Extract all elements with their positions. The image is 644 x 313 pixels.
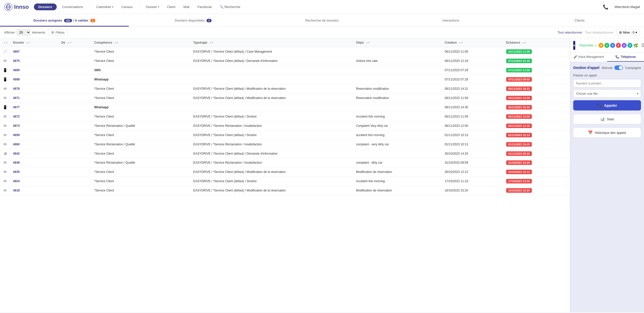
- table-row[interactable]: ✉ 4871 *Service Client EASYDRIVE / *Serv…: [0, 93, 570, 103]
- conversations-nav-button[interactable]: Conversations: [60, 4, 86, 10]
- row-objet: complaint - dirty car: [354, 158, 442, 167]
- tab-interactions[interactable]: Interactions: [387, 14, 515, 27]
- col-competence[interactable]: Compétence ▲▼: [92, 38, 191, 47]
- calendrier-chevron-icon: ▾: [112, 6, 113, 8]
- row-objet: Reservation modification: [354, 93, 442, 103]
- row-channel-icon: ✉: [0, 177, 11, 186]
- col-dossier[interactable]: Dossier ▲▼: [11, 38, 59, 47]
- gestion-appel-title: Gestion d'appel: [573, 66, 599, 70]
- dossier-nav-button[interactable]: Dossier ▾: [144, 4, 162, 10]
- manuel-campagne-toggle[interactable]: [614, 65, 623, 70]
- table-row[interactable]: ✉ 4873 *Service Réclamation / Qualité EA…: [0, 121, 570, 131]
- table-row[interactable]: ✉ 4860 *Service Réclamation / Qualité EA…: [0, 140, 570, 149]
- toggle-row: Manuel Campagne: [602, 65, 641, 70]
- file-select[interactable]: Choisir une file :: [573, 89, 641, 98]
- passer-appel-section: Passer un appel Choisir une file : 📞 App…: [573, 73, 641, 111]
- tout-selectionner-button[interactable]: Tout sélectionner: [557, 31, 582, 34]
- facebook-nav-button[interactable]: Facebook: [195, 4, 214, 10]
- table-row[interactable]: ✉ 4835 *Service Client EASYDRIVE / *Serv…: [0, 167, 570, 177]
- row-dossier-num: 4871: [11, 93, 59, 103]
- hamburger-menu-icon[interactable]: ☰: [641, 43, 644, 48]
- recherche-nav-button[interactable]: 🔍 Recherche: [217, 4, 243, 10]
- row-creation: 01/11/2023 10:13: [442, 131, 504, 140]
- appeler-button[interactable]: 📞 Appeler: [573, 100, 641, 111]
- table-row[interactable]: ✉ 4859 *Service Client EASYDRIVE / *Serv…: [0, 131, 570, 140]
- table-row[interactable]: ✉ 4818 *Service Client EASYDRIVE / *Serv…: [0, 186, 570, 195]
- col-echeance[interactable]: Echéance ▲▼: [504, 38, 570, 47]
- calendrier-nav-button[interactable]: Calendrier ▾: [94, 4, 116, 10]
- table-row[interactable]: ✉ 4824 *Service Client EASYDRIVE / *Serv…: [0, 177, 570, 186]
- row-objet: accident this morning: [354, 131, 442, 140]
- col-creation[interactable]: Création ▲▼: [442, 38, 504, 47]
- tout-deselectionner-button[interactable]: Tout désélectionner: [585, 31, 614, 34]
- tab-voice-management[interactable]: 🎤 Voice Management: [570, 53, 607, 62]
- row-dossier-num: 4889: [11, 75, 59, 84]
- mise-button[interactable]: ⊞ Mise : 0 ▾: [616, 29, 640, 36]
- row-competence: *Service Client: [92, 47, 191, 56]
- col-objet[interactable]: Objet ▲▼: [354, 38, 442, 47]
- page-size-select[interactable]: 2550100: [17, 29, 31, 36]
- row-objet: [354, 66, 442, 75]
- row-typologie: [191, 75, 353, 84]
- table-row[interactable]: 📱 4890 SMS 07/11/2023 07:28 07/11/2023 1…: [0, 66, 570, 75]
- row-echeance: 01/11/2023 12:13: [504, 131, 570, 140]
- row-echeance: 06/11/2023 12:30: [504, 121, 570, 131]
- mail-nav-button[interactable]: Mail: [181, 4, 192, 10]
- row-channel-icon: ✉: [0, 158, 11, 167]
- tab-clients[interactable]: Clients: [515, 14, 644, 27]
- panel-tabs: 🎤 Voice Management 📞 Téléphone: [570, 53, 644, 62]
- row-typologie: EASYDRIVE / *Service Client (défaut) / C…: [191, 47, 353, 56]
- row-typologie: EASYDRIVE / *Service Client (défaut) / D…: [191, 149, 353, 158]
- logo-text: Innso: [14, 4, 29, 10]
- tab-dossiers-assignes[interactable]: Dossiers assignés 161 / A valider 1: [0, 14, 129, 27]
- row-typologie: [191, 103, 353, 112]
- row-typologie: EASYDRIVE / *Service Client (défaut) / S…: [191, 177, 353, 186]
- sort-dossier-icon: ▲▼: [26, 42, 30, 44]
- table-row[interactable]: 🖥 4842 *Service Client EASYDRIVE / *Serv…: [0, 149, 570, 158]
- tab-dossiers-disponibles[interactable]: Dossiers disponibles 8: [129, 14, 257, 27]
- table-row[interactable]: 📱 4877 Whatsapp 06/11/2023 14:30 06/11/2…: [0, 103, 570, 112]
- row-typologie: EASYDRIVE / *Service Client (défaut) / M…: [191, 167, 353, 177]
- row-objet: [354, 47, 442, 56]
- row-creation: 17/10/2023 11:10: [442, 177, 504, 186]
- col-de[interactable]: De ▲▼: [59, 38, 92, 47]
- row-creation: 06/11/2023 14:31: [442, 84, 504, 93]
- row-echeance: 07/11/2023 11:00: [504, 66, 570, 75]
- stats-button[interactable]: 📊 Stats: [573, 114, 641, 124]
- telephone-icon: 📞: [615, 55, 619, 59]
- leaf-icon[interactable]: 🌿: [633, 43, 638, 48]
- row-dossier-num: 4890: [11, 66, 59, 75]
- sort-objet-icon: ▲▼: [366, 42, 370, 44]
- row-dossier-num: 4849: [11, 158, 59, 167]
- table-row[interactable]: ✉ 4849 *Service Réclamation / Qualité EA…: [0, 158, 570, 167]
- row-echeance: 01/11/2023 08:26: [504, 149, 570, 158]
- row-competence: Whatsapp: [92, 103, 191, 112]
- col-typologie[interactable]: Typologie ▲▼: [191, 38, 353, 47]
- row-de: [59, 47, 92, 56]
- row-creation: 06/11/2023 12:18: [442, 56, 504, 66]
- row-competence: *Service Client: [92, 131, 191, 140]
- row-dossier-num: 4877: [11, 103, 59, 112]
- toolbar: Afficher 2550100 éléments ⚙ Filtres Tout…: [0, 27, 644, 38]
- client-nav-button[interactable]: Client: [165, 4, 178, 10]
- table-row[interactable]: ✉ 4872 *Service Client EASYDRIVE / *Serv…: [0, 112, 570, 121]
- table-row[interactable]: ✉ 4878 *Service Client EASYDRIVE / *Serv…: [0, 84, 570, 93]
- historique-appels-button[interactable]: 📅 Historique des appels: [573, 128, 641, 138]
- row-objet: Reservation modification: [354, 84, 442, 93]
- tab-recherche-dossiers[interactable]: Recherche de dossiers: [257, 14, 386, 27]
- tab-telephone[interactable]: 📞 Téléphone: [607, 53, 644, 62]
- numero-input[interactable]: [573, 79, 641, 87]
- table-row[interactable]: ✉ 4875 *Service Client EASYDRIVE / *Serv…: [0, 56, 570, 66]
- dossiers-nav-button[interactable]: Dossiers: [34, 4, 57, 10]
- phone-icon: 📞: [603, 4, 608, 10]
- row-typologie: EASYDRIVE / *Service Client (défaut) / M…: [191, 93, 353, 103]
- status-chevron-icon[interactable]: ▾: [595, 44, 597, 47]
- status-label[interactable]: Disponible: [579, 44, 593, 47]
- campagne-label: Campagne: [625, 66, 641, 70]
- col-checkbox: ▲▼: [0, 38, 11, 47]
- row-creation: 06/11/2023 11:59: [442, 112, 504, 121]
- table-row[interactable]: 📄 4867 *Service Client EASYDRIVE / *Serv…: [0, 47, 570, 56]
- canaux-nav-button[interactable]: Canaux: [119, 4, 135, 10]
- table-row[interactable]: 📱 4889 Whatsapp 07/11/2023 07:28 07/11/2…: [0, 75, 570, 84]
- filtres-button[interactable]: ⚙ Filtres: [48, 29, 68, 36]
